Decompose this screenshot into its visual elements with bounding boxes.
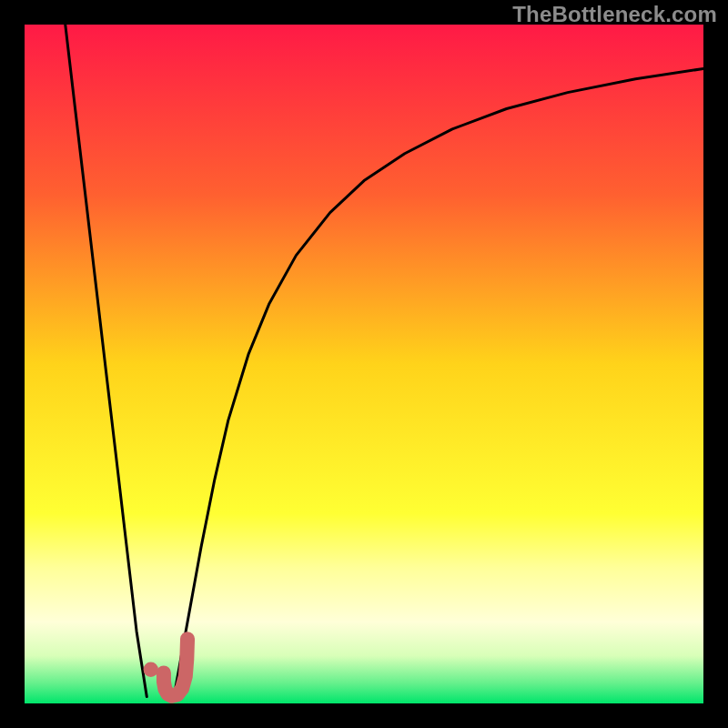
watermark-text: TheBottleneck.com: [512, 2, 717, 27]
gradient-background: [25, 25, 703, 703]
plot-area: [25, 25, 703, 703]
marker-j-dot: [144, 662, 158, 676]
chart-container: TheBottleneck.com: [0, 0, 728, 728]
